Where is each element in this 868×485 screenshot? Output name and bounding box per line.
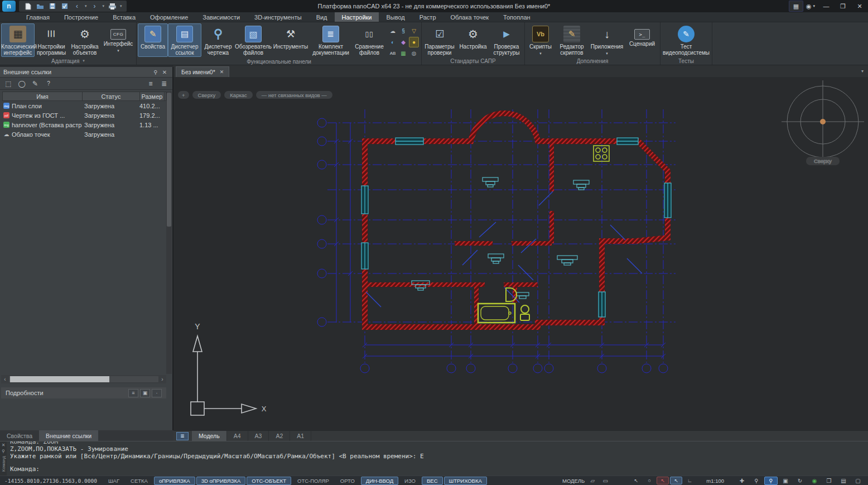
properties-button[interactable]: ✎ Свойства <box>138 23 168 57</box>
file-browser-button[interactable]: ▧ Обозреватель файлов <box>235 23 272 57</box>
tab-rastr[interactable]: Растр <box>412 12 443 22</box>
scroll-right-icon[interactable]: › <box>158 376 166 382</box>
layout-tab-a3[interactable]: А3 <box>248 431 269 441</box>
tab-close-icon[interactable]: ✕ <box>220 69 224 75</box>
open-file-button[interactable] <box>36 2 45 10</box>
toggle-osnap[interactable]: оПРИВЯЗКА <box>154 477 195 485</box>
annotation-scale[interactable]: m1:100 <box>706 478 724 484</box>
toggle-grid[interactable]: СЕТКА <box>126 477 153 485</box>
pan-icon[interactable]: ✚ <box>735 477 749 485</box>
nanocad-logo-icon[interactable]: n <box>2 1 16 12</box>
horizontal-scrollbar[interactable]: ‹ › <box>1 375 166 383</box>
tab-nastroyki[interactable]: Настройки <box>335 12 379 22</box>
tab-zavisimosti[interactable]: Зависимости <box>195 12 247 22</box>
layout-tab-model[interactable]: Модель <box>192 431 227 441</box>
structure-check-button[interactable]: ▶ Проверка структуры <box>490 23 523 57</box>
dialog-launcher-icon[interactable]: ▾ <box>83 59 85 63</box>
tab-vid[interactable]: Вид <box>309 12 335 22</box>
sections-panel-icon[interactable]: § <box>398 26 408 36</box>
tab-topoplan[interactable]: Топоплан <box>496 12 538 22</box>
file-compare-button[interactable]: ▯▯ Сравнение файлов <box>352 23 387 57</box>
details-list-icon[interactable]: ≡ <box>128 389 138 397</box>
document-tab[interactable]: Без имени0* ✕ <box>176 66 229 77</box>
details-view-icon[interactable]: ≣ <box>160 80 168 88</box>
save-all-button[interactable] <box>60 2 69 10</box>
command-pin-icon[interactable]: ⚲ <box>2 449 5 454</box>
tab-external-refs[interactable]: Внешние ссылки <box>39 430 98 441</box>
highlight-bulb-icon[interactable]: ○ <box>643 477 655 484</box>
linked-views-button[interactable]: — нет связанных видов — <box>256 91 332 99</box>
layout-tab-a2[interactable]: А2 <box>269 431 290 441</box>
table-row[interactable]: pdfЧертеж из ГОСТ ... Загружена 179.2... <box>2 111 166 120</box>
toggle-hatch[interactable]: ШТРИХОВКА <box>444 477 487 485</box>
sheets-icon[interactable]: ▤ <box>837 477 850 485</box>
toggle-ortho[interactable]: ОРТО <box>335 477 360 485</box>
cursor-select-icon[interactable]: ↖ <box>670 477 682 484</box>
orbit-icon[interactable]: ↻ <box>793 477 807 485</box>
command-close-icon[interactable]: ✕ <box>2 443 6 448</box>
paper-space-icon[interactable]: ▱ <box>587 478 597 484</box>
table-panel-icon[interactable]: ▦ <box>398 48 408 59</box>
tab-3d-instrumenty[interactable]: 3D-инструменты <box>247 12 309 22</box>
user-menu-button[interactable]: ◉▾ <box>803 1 818 12</box>
new-file-button[interactable] <box>23 2 32 10</box>
materials-panel-icon[interactable]: ◆ <box>398 37 408 47</box>
zoom-window-icon[interactable]: ▣ <box>779 477 792 485</box>
drawing-manager-button[interactable]: ⚲ Диспетчер чертежа <box>201 23 235 57</box>
globe-panel-icon[interactable]: ◍ <box>409 48 419 59</box>
tab-list-dropdown-icon[interactable]: ▾ <box>861 69 864 74</box>
zoom-realtime-icon[interactable]: ⚲ <box>764 477 778 485</box>
qat-customize-icon[interactable]: ▾ <box>120 4 122 8</box>
tab-oblaka-tochek[interactable]: Облака точек <box>443 12 496 22</box>
check-params-button[interactable]: ☑ Параметры проверки <box>423 23 456 57</box>
minimize-button[interactable]: — <box>818 0 835 12</box>
interface-switch-icon[interactable]: ▦ <box>789 1 803 12</box>
viewport-add-button[interactable]: + <box>178 91 189 99</box>
undo-dropdown-icon[interactable]: ▾ <box>85 4 87 8</box>
select-cursor-icon[interactable]: ↖ <box>630 477 642 484</box>
undo-button[interactable]: ‹ <box>73 2 81 10</box>
tab-oformlenie[interactable]: Оформление <box>143 12 195 22</box>
cursor-red-icon[interactable]: ↖ <box>657 477 669 484</box>
scrollbar-track[interactable] <box>9 376 158 382</box>
tab-vstavka[interactable]: Вставка <box>105 12 143 22</box>
scroll-left-icon[interactable]: ‹ <box>1 376 9 382</box>
xref-manager-button[interactable]: ▤ Диспетчер ссылок <box>168 23 201 57</box>
column-status[interactable]: Статус <box>83 92 140 100</box>
tab-glavnaya[interactable]: Главная <box>19 12 57 22</box>
viewports-icon[interactable]: ❐ <box>822 477 836 485</box>
filter-panel-icon[interactable]: ▽ <box>409 26 419 36</box>
scrollbar-thumb[interactable] <box>10 376 109 382</box>
panel-close-icon[interactable]: ✕ <box>160 69 169 75</box>
layout-list-icon[interactable]: ≣ <box>176 432 189 440</box>
command-prompt[interactable]: Команда: <box>10 465 865 473</box>
details-card-icon[interactable]: ▣ <box>140 389 150 397</box>
interface-button[interactable]: CFG Интерфейс▾ <box>102 23 135 57</box>
edit-xref-icon[interactable]: ✎ <box>31 80 40 88</box>
bulb-panel-icon[interactable]: ● <box>409 37 419 47</box>
print-button[interactable] <box>108 2 117 10</box>
column-size[interactable]: Размер <box>140 92 165 100</box>
details-section-header[interactable]: Подробности ≡ ▣ · <box>1 387 166 398</box>
fullscreen-icon[interactable]: ▢ <box>851 477 865 485</box>
classic-interface-button[interactable]: ▦ Классический интерфейс <box>1 23 35 57</box>
tools-button[interactable]: ⚒ Инструменты <box>272 23 310 57</box>
applications-button[interactable]: ↓ Приложения▾ <box>589 23 625 57</box>
close-button[interactable]: ✕ <box>851 0 868 12</box>
standards-settings-button[interactable]: ⚙ Настройка <box>456 23 490 57</box>
redo-dropdown-icon[interactable]: ▾ <box>103 4 105 8</box>
help-icon[interactable]: ? <box>44 80 53 87</box>
model-canvas[interactable]: Сверху Y X + Сверху Каркас — нет связанн… <box>173 77 868 430</box>
elevation-icon[interactable]: ∟ <box>683 477 696 484</box>
doc-kit-button[interactable]: ≣ Комплект документации <box>310 23 352 57</box>
table-row[interactable]: dwgПлан слои Загружена 410.2... <box>2 101 166 111</box>
visual-style-button[interactable]: Каркас <box>224 91 253 99</box>
toggle-3d-osnap[interactable]: 3D оПРИВЯЗКА <box>196 477 246 485</box>
table-row[interactable]: ☁Облако точек Загружена <box>2 129 166 139</box>
toggle-otrack-polar[interactable]: ОТС-ПОЛЯР <box>292 477 334 485</box>
tab-postroenie[interactable]: Построение <box>57 12 105 22</box>
redo-button[interactable]: › <box>90 2 99 10</box>
scenario-button[interactable]: >_ Сценарий <box>625 23 659 57</box>
tab-vyvod[interactable]: Вывод <box>379 12 412 22</box>
column-name[interactable]: Имя <box>3 92 83 100</box>
